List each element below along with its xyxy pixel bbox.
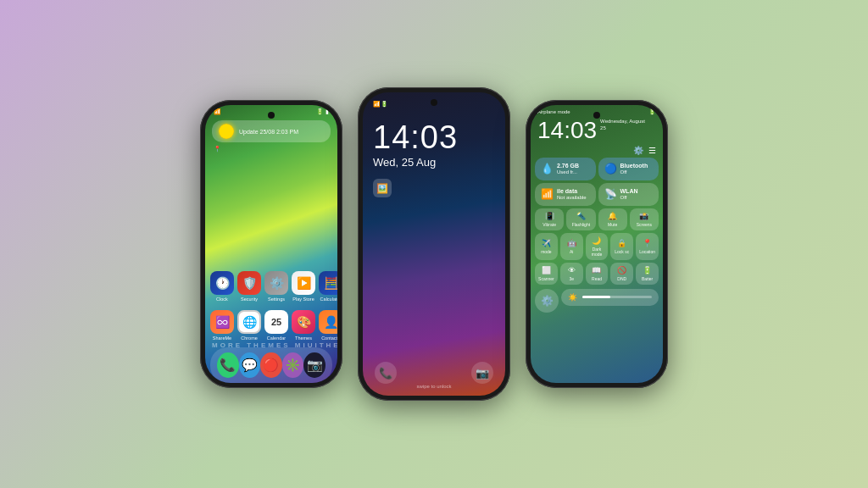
dock-bar: 📞 💬 🔴 ✳️ 📷 — [210, 347, 332, 383]
app-themes-label: Themes — [295, 336, 312, 341]
calendar-icon: 25 — [264, 310, 288, 334]
app-shareme-label: ShareMe — [213, 336, 231, 341]
eye-icon: 👁 — [568, 266, 576, 274]
wlan-icon: 📡 — [604, 188, 617, 200]
app-shareme[interactable]: ♾️ ShareMe — [210, 310, 234, 341]
dock-app3[interactable]: 🔴 — [260, 352, 282, 378]
read-icon: 📖 — [592, 266, 601, 274]
phone-1-screen: 📶 🔋 ▮ Update 25/08 2:03 PM 📍 🕐 Clock 🛡️ … — [205, 105, 337, 383]
storage-icon: 💧 — [541, 163, 554, 175]
cc-storage-tile[interactable]: 💧 2.76 GB Used fr... — [535, 158, 596, 180]
location-icon: 📍 — [643, 239, 652, 247]
lock-phone-icon[interactable]: 📞 — [375, 362, 397, 384]
app-themes[interactable]: 🎨 Themes — [292, 310, 315, 341]
app-settings-label: Settings — [268, 297, 285, 302]
btn-mute[interactable]: 🔔Mute — [598, 208, 627, 230]
data-label: ile data — [557, 187, 587, 195]
screenshot-icon: 📸 — [639, 212, 648, 220]
cc-time-row: 14:03 Wednesday, August 25 — [531, 117, 663, 146]
gallery-icon[interactable]: 🖼️ — [373, 179, 392, 197]
lock-signal: 📶🔋 — [373, 101, 388, 108]
cc-date-line2: 25 — [600, 125, 645, 132]
battery-icon: 🔋 — [643, 266, 652, 274]
btn-3e[interactable]: 👁3e — [560, 263, 583, 285]
cc-clock: 14:03 — [537, 119, 597, 142]
cc-data-tile[interactable]: 📶 ile data Not available — [535, 183, 596, 206]
btn-airplane[interactable]: ✈️mode — [535, 233, 558, 260]
storage-text: 2.76 GB Used fr... — [557, 162, 579, 176]
cc-btn-circle-1[interactable]: ⚙️ — [535, 289, 559, 313]
bluetooth-text: Bluetooth Off — [620, 162, 648, 176]
app-settings[interactable]: ⚙️ Settings — [264, 271, 288, 302]
settings-icon: ⚙️ — [264, 271, 288, 295]
app-chrome-label: Chrome — [241, 336, 258, 341]
cc-settings-icon[interactable]: ⚙️ — [633, 146, 643, 155]
sun-icon — [219, 124, 234, 139]
cc-buttons-row1: 📳Vibrate 🔦Flashlight 🔔Mute 📸Screens — [531, 208, 663, 233]
app-chrome[interactable]: 🌐 Chrome — [237, 310, 261, 341]
btn-ai[interactable]: 🤖Ai — [560, 233, 583, 260]
status-battery-1: 🔋 ▮ — [316, 108, 329, 115]
cc-buttons-row2: ✈️mode 🤖Ai 🌙Dark mode 🔒Lock sc 📍Location — [531, 233, 663, 263]
storage-value: 2.76 GB — [557, 162, 579, 169]
cc-tiles-row1: 💧 2.76 GB Used fr... 🔵 Bluetooth Off — [531, 158, 663, 183]
btn-read[interactable]: 📖Read — [586, 263, 609, 285]
app-security-label: Security — [241, 297, 258, 302]
btn-location[interactable]: 📍Location — [636, 233, 659, 260]
camera-notch-2 — [431, 99, 437, 106]
status-signal-1: 📶 — [214, 108, 221, 115]
airplane-icon: ✈️ — [542, 239, 551, 247]
app-security[interactable]: 🛡️ Security — [237, 271, 261, 302]
btn-scanner[interactable]: ⬜Scanner — [535, 263, 558, 285]
app-clock[interactable]: 🕐 Clock — [210, 271, 234, 302]
scanner-icon: ⬜ — [542, 266, 551, 274]
swipe-hint: swipe to unlock — [416, 384, 451, 389]
brightness-fill — [582, 296, 610, 298]
apps-grid-row1: 🕐 Clock 🛡️ Security ⚙️ Settings ▶️ Play … — [205, 266, 337, 305]
dock-app4[interactable]: ✳️ — [282, 352, 304, 378]
phone-2-screen: 📶🔋 14:03 Wed, 25 Aug 🖼️ 📞 📷 swipe to unl… — [363, 92, 505, 396]
bluetooth-label: Bluetooth — [620, 162, 648, 169]
lock-camera-icon[interactable]: 📷 — [471, 362, 493, 384]
mute-icon: 🔔 — [608, 212, 617, 220]
phone-showcase: 📶 🔋 ▮ Update 25/08 2:03 PM 📍 🕐 Clock 🛡️ … — [200, 87, 668, 401]
app-contacts[interactable]: 👤 Contacts — [319, 310, 337, 341]
cc-battery-icon: 🔋 — [648, 108, 656, 115]
btn-dnd[interactable]: 🚫DND — [610, 263, 633, 285]
cc-date-block: Wednesday, August 25 — [600, 119, 645, 134]
app-calendar[interactable]: 25 Calendar — [264, 310, 288, 341]
cc-wlan-tile[interactable]: 📡 WLAN Off — [598, 183, 659, 206]
dock-phone[interactable]: 📞 — [217, 352, 239, 378]
wlan-label: WLAN — [620, 187, 638, 195]
app-playstore[interactable]: ▶️ Play Store — [292, 271, 315, 302]
calculator-icon: 🧮 — [319, 271, 337, 295]
brightness-slider[interactable]: ☀️ — [561, 289, 659, 306]
btn-lockscreen[interactable]: 🔒Lock sc — [610, 233, 633, 260]
btn-battery[interactable]: 🔋Batter — [636, 263, 659, 285]
weather-widget[interactable]: Update 25/08 2:03 PM — [212, 120, 331, 142]
security-icon: 🛡️ — [237, 271, 261, 295]
lock-bottom-bar: 📞 📷 — [363, 362, 505, 384]
watermark: VISIT FOR MORE THEMES MIUITHEMER.COM — [205, 341, 337, 349]
btn-flashlight[interactable]: 🔦Flashlight — [566, 208, 595, 230]
vibrate-icon: 📳 — [545, 212, 554, 220]
cc-menu-icon[interactable]: ☰ — [648, 146, 656, 155]
cc-date-line1: Wednesday, August — [600, 119, 645, 125]
clock-icon: 🕐 — [210, 271, 234, 295]
data-text: ile data Not available — [557, 187, 587, 202]
lockscreen-icon: 🔒 — [617, 239, 626, 247]
chrome-icon: 🌐 — [237, 310, 261, 334]
brightness-icon: ☀️ — [568, 293, 577, 302]
btn-screenshot[interactable]: 📸Screens — [630, 208, 659, 230]
cc-bottom-row: ⚙️ ☀️ — [531, 287, 663, 314]
dock-messages[interactable]: 💬 — [239, 352, 261, 378]
btn-vibrate[interactable]: 📳Vibrate — [535, 208, 564, 230]
shareme-icon: ♾️ — [210, 310, 234, 334]
dock-camera[interactable]: 📷 — [303, 352, 326, 378]
location-pin-icon: 📍 — [214, 146, 221, 152]
camera-notch-3 — [593, 112, 600, 119]
bluetooth-icon: 🔵 — [604, 163, 617, 175]
app-calculator[interactable]: 🧮 Calculator — [319, 271, 337, 302]
btn-darkmode[interactable]: 🌙Dark mode — [586, 233, 609, 260]
cc-bluetooth-tile[interactable]: 🔵 Bluetooth Off — [598, 158, 659, 180]
